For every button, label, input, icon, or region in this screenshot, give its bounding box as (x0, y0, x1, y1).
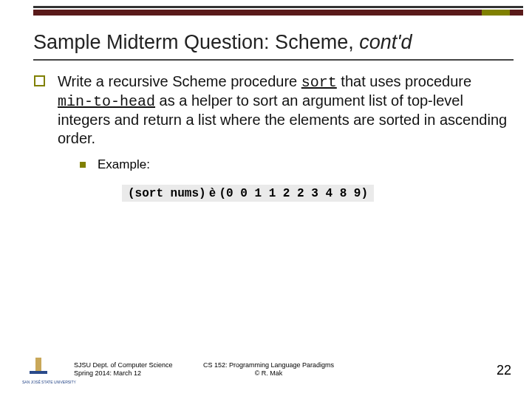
title-underline (33, 59, 514, 61)
footer-center: CS 152: Programming Language Paradigms ©… (203, 361, 334, 378)
footer-left: SJSU Dept. of Computer Science Spring 20… (74, 361, 173, 378)
footer-copyright: © R. Mak (203, 369, 334, 378)
code-call: (sort nums) (128, 187, 206, 200)
slide-title: Sample Midterm Question: Scheme, cont'd (33, 31, 514, 54)
example-label: Example: (98, 157, 150, 172)
header-line-thin (33, 6, 523, 8)
footer-date: Spring 2014: March 12 (74, 369, 173, 378)
body-t1: Write a recursive Scheme procedure (58, 73, 301, 89)
code-sort: sort (301, 74, 337, 91)
code-example: (sort nums) è (0 0 1 1 2 2 3 4 8 9) (122, 185, 374, 202)
sub-bullet-square-icon (80, 162, 86, 168)
title-italic: cont'd (359, 31, 412, 53)
bullet-square-icon (34, 75, 45, 86)
sjsu-logo-icon (28, 358, 49, 378)
page-number: 22 (497, 363, 511, 378)
logo-text: SAN JOSÉ STATE UNIVERSITY (22, 381, 76, 384)
title-text: Sample Midterm Question: Scheme, (33, 31, 359, 53)
footer: SAN JOSÉ STATE UNIVERSITY SJSU Dept. of … (0, 361, 532, 390)
body-paragraph: Write a recursive Scheme procedure sort … (58, 72, 510, 148)
header-bar (33, 6, 523, 16)
code-min-to-head: min-to-head (58, 93, 155, 110)
code-result: (0 0 1 1 2 2 3 4 8 9) (219, 187, 368, 200)
header-line-thick (33, 10, 523, 16)
body-t2: that uses procedure (337, 73, 471, 89)
footer-course: CS 152: Programming Language Paradigms (203, 361, 334, 370)
arrow-icon: è (206, 186, 219, 199)
footer-dept: SJSU Dept. of Computer Science (74, 361, 173, 370)
header-accent (482, 10, 510, 16)
